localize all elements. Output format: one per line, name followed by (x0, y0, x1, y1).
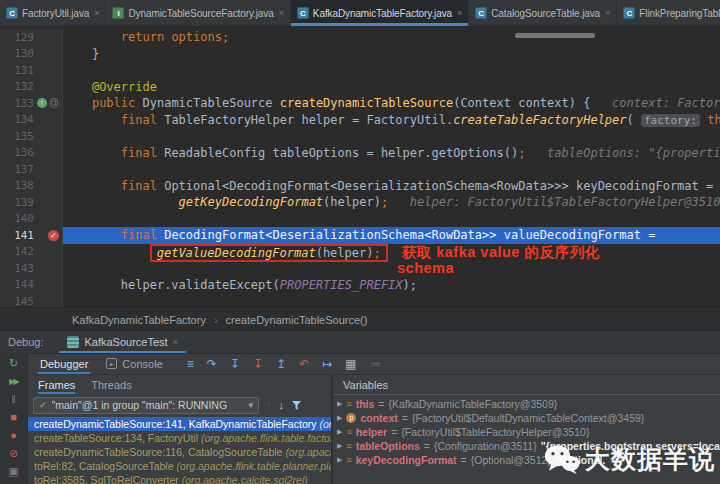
line-number: 142 (0, 245, 34, 258)
editor-gutter: 143 (0, 260, 63, 277)
variable-value: {Optional@3512} (471, 454, 551, 466)
force-step-into-icon[interactable]: ↧ (253, 358, 263, 370)
stack-frame-row[interactable]: createTableSource:134, FactoryUtil (org.… (28, 431, 331, 445)
expand-arrow-icon[interactable]: ▶ (337, 442, 342, 450)
run-to-cursor-icon[interactable]: ↦ (322, 358, 332, 370)
screenshot-icon[interactable]: ▣ (8, 466, 18, 477)
editor-tab[interactable]: CFactoryUtil.java× (0, 0, 106, 26)
code-token: (helper) (323, 195, 381, 209)
session-tab-label: KafkaSourceTest (84, 336, 167, 348)
code-token (525, 146, 547, 160)
code-token: tableOptions: "{properties.bootstrap.ser… (547, 146, 720, 160)
editor-gutter: 141✓ (0, 227, 63, 244)
variable-row[interactable]: ▶≡helper={FactoryUtil$TableFactoryHelper… (333, 425, 720, 439)
editor-tab[interactable]: IDynamicTableSourceFactory.java× (106, 0, 290, 26)
close-icon[interactable]: × (94, 8, 99, 18)
step-into-icon[interactable]: ↧ (230, 358, 240, 370)
code-text (63, 128, 720, 145)
variable-row[interactable]: ▶pcontext={FactoryUtil$DefaultDynamicTab… (333, 411, 720, 425)
code-token (63, 228, 121, 242)
code-token (63, 80, 92, 94)
breadcrumb-method[interactable]: createDynamicTableSource() (226, 314, 368, 326)
close-icon[interactable]: × (279, 8, 284, 18)
tab-debugger[interactable]: Debugger (38, 353, 90, 374)
code-token: } (63, 47, 99, 61)
code-editor[interactable]: 129 return options;130 }131132 @Override… (0, 26, 720, 310)
resume-icon[interactable]: ▶▶ (9, 376, 17, 387)
filter-funnel-icon[interactable] (291, 400, 302, 411)
tab-threads[interactable]: Threads (91, 375, 131, 394)
breadcrumb-class[interactable]: KafkaDynamicTableFactory (72, 314, 206, 326)
stack-frame-row[interactable]: toRel:3585, SqlToRelConverter (org.apach… (28, 473, 331, 484)
frame-package: (org.apache.calcite.sql2rel) (182, 474, 308, 484)
editor-tab[interactable]: CFlinkPreparingTableBase.java× (617, 0, 720, 26)
code-token: helper: FactoryUtil$TableFactoryHelper@3… (410, 195, 720, 209)
rerun-icon[interactable]: ↻ (9, 358, 18, 369)
previous-frame-icon[interactable]: ↑ (266, 399, 272, 411)
code-token: getValueDecodingFormat (157, 246, 316, 260)
expand-arrow-icon[interactable]: ▶ (337, 456, 342, 464)
variable-value: {Configuration@3511} (434, 440, 537, 452)
code-line: 134 final TableFactoryHelper helper = Fa… (0, 112, 720, 129)
expand-arrow-icon[interactable]: ▶ (337, 400, 342, 408)
line-number: 131 (0, 64, 34, 77)
line-number: 136 (0, 146, 34, 159)
pause-icon[interactable]: ‖ (11, 394, 16, 405)
evaluate-layout-icon[interactable]: ▦ (345, 358, 356, 370)
breakpoint-icon[interactable]: ✓ (48, 230, 59, 241)
editor-gutter: 130 (0, 46, 63, 63)
stack-frame-row[interactable]: createDynamicTableSource:116, CatalogSou… (28, 445, 331, 459)
scrollbar-thumb[interactable] (515, 33, 595, 38)
code-token: ); (403, 278, 417, 292)
debug-session-tab[interactable]: KafkaSourceTest × (59, 331, 185, 353)
tab-console[interactable]: ▸ Console (104, 353, 164, 374)
code-token: final (121, 179, 164, 193)
frame-location: createDynamicTableSource:141, KafkaDynam… (34, 418, 319, 430)
code-token: final (121, 113, 164, 127)
variable-value: {KafkaDynamicTableFactory@3509} (388, 398, 557, 410)
view-breakpoints-icon[interactable]: ● (10, 430, 17, 441)
thread-selector-dropdown[interactable]: ✓ "main"@1 in group "main": RUNNING ▾ (33, 397, 259, 414)
debug-tabs-row: Debugger ▸ Console ≡↷↧↧↥↶↦▦≔ (28, 353, 720, 375)
variable-name: keyDecodingFormat (356, 454, 457, 466)
line-number: 139 (0, 196, 34, 209)
line-number: 132 (0, 80, 34, 93)
expand-arrow-icon[interactable]: ▶ (337, 428, 342, 436)
watermark-text: 大数据羊说 (585, 443, 715, 476)
variable-name: helper (356, 426, 388, 438)
step-over-icon[interactable]: ↷ (207, 358, 217, 370)
line-number: 140 (0, 212, 34, 225)
variable-row[interactable]: ▶≡this={KafkaDynamicTableFactory@3509} (333, 397, 720, 411)
close-icon[interactable]: × (173, 337, 178, 347)
tab-frames[interactable]: Frames (38, 375, 75, 394)
watermark: 大数据羊说 (544, 443, 715, 476)
stop-icon[interactable]: ■ (10, 412, 17, 423)
code-token (388, 195, 410, 209)
close-icon[interactable]: × (605, 8, 610, 18)
code-text (63, 161, 720, 178)
expand-arrow-icon[interactable]: ▶ (337, 414, 342, 422)
stack-frame-row[interactable]: toRel:82, CatalogSourceTable (org.apache… (28, 459, 331, 473)
drop-frame-icon[interactable]: ↶ (299, 358, 309, 370)
editor-tab[interactable]: CKafkaDynamicTableFactory.java× (291, 0, 469, 26)
restore-layout-icon[interactable]: ≔ (369, 358, 381, 370)
code-text: helper.validateExcept(PROPERTIES_PREFIX)… (63, 277, 720, 294)
code-token: final (121, 146, 164, 160)
step-out-icon[interactable]: ↥ (276, 358, 286, 370)
line-number: 143 (0, 262, 34, 275)
code-token (63, 179, 121, 193)
line-number: 138 (0, 179, 34, 192)
override-method-icon[interactable]: ↑ (37, 98, 47, 108)
thread-name: "main"@1 in group "main": RUNNING (52, 399, 244, 411)
frames-tabs: Frames Threads (28, 375, 331, 394)
code-text: final ReadableConfig tableOptions = help… (63, 145, 720, 162)
editor-tab[interactable]: CCatalogSourceTable.java× (469, 0, 617, 26)
code-token: schema (397, 260, 454, 276)
code-line: 141✓ final DecodingFormat<Deserializatio… (0, 227, 720, 244)
next-frame-icon[interactable]: ↓ (279, 399, 285, 411)
console-icon: ▸ (106, 358, 117, 369)
mute-breakpoints-icon[interactable]: ⊘ (9, 448, 18, 459)
stack-frame-row[interactable]: createDynamicTableSource:141, KafkaDynam… (28, 417, 331, 431)
close-icon[interactable]: × (457, 8, 462, 18)
show-execution-point-icon[interactable]: ≡ (187, 358, 194, 370)
